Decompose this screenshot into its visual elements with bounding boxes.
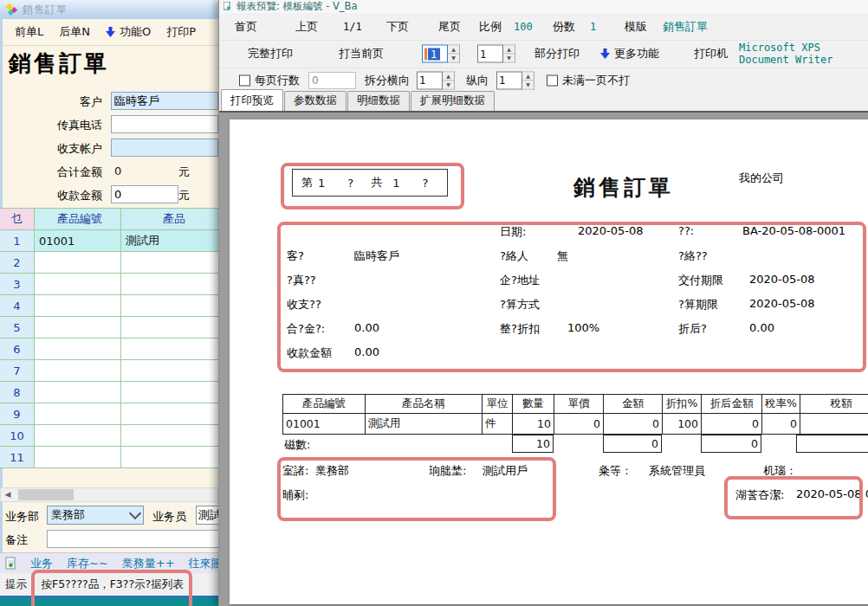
- total-amount-value: 0: [114, 164, 121, 177]
- order-no-value: BA-20-05-08-0001: [742, 224, 845, 237]
- customer-input[interactable]: [111, 92, 218, 110]
- split-vertical-spinner[interactable]: 1 ▲▼: [496, 71, 534, 89]
- cell-product-name[interactable]: [121, 403, 223, 425]
- dept-select[interactable]: 業務部: [47, 506, 144, 525]
- cell-product-code[interactable]: [35, 382, 121, 403]
- grid-row[interactable]: 1 01001 測試用: [0, 230, 223, 252]
- printer-label[interactable]: 打印机: [694, 46, 728, 61]
- copies-value[interactable]: 1: [590, 21, 596, 33]
- received-amount-input[interactable]: [111, 185, 178, 203]
- tab-parameter-data[interactable]: 参数数据: [284, 91, 347, 111]
- scrollbar-thumb[interactable]: [18, 489, 74, 500]
- menu-next-order[interactable]: 后单N: [59, 24, 90, 40]
- cell-product-name[interactable]: [121, 252, 223, 274]
- grid-row[interactable]: 6: [0, 338, 223, 360]
- spinner-buttons[interactable]: ▲▼: [503, 45, 515, 63]
- cell-product-name[interactable]: [121, 382, 223, 403]
- app-icon: [5, 3, 18, 16]
- grid-row[interactable]: 11: [0, 447, 223, 468]
- grid-header-row: 乜 產品編號 產品: [0, 209, 223, 230]
- tab-business[interactable]: 业务: [30, 556, 53, 571]
- grid-row[interactable]: 8: [0, 382, 223, 403]
- cell-product-name[interactable]: [121, 338, 223, 360]
- split-horizontal-spinner[interactable]: 1 ▲▼: [417, 71, 455, 89]
- refresh-doc-icon[interactable]: [5, 557, 16, 570]
- last-page-button[interactable]: 尾页: [438, 19, 461, 35]
- template-name[interactable]: 銷售訂單: [663, 19, 708, 35]
- cell-product-code[interactable]: [35, 295, 121, 317]
- cell-product-code[interactable]: [35, 425, 121, 447]
- rows-per-page-input[interactable]: [308, 72, 356, 89]
- settle-due-value: 2020-05-08: [749, 297, 815, 310]
- sales-order-titlebar[interactable]: 銷售訂單: [0, 0, 223, 19]
- menu-functions[interactable]: 功能O: [106, 24, 151, 40]
- scale-value[interactable]: 100: [514, 21, 533, 33]
- spinner-buttons[interactable]: ▲▼: [443, 71, 455, 89]
- rows-per-page-checkbox[interactable]: [239, 74, 250, 86]
- next-page-button[interactable]: 下页: [386, 19, 409, 35]
- first-page-button[interactable]: 首页: [235, 19, 257, 35]
- to-page-spinner[interactable]: 1 ▲▼: [477, 45, 515, 63]
- scroll-left-arrow-icon[interactable]: ◀: [1, 488, 15, 501]
- cell-product-code[interactable]: [35, 403, 121, 425]
- menu-prev-order[interactable]: 前单L: [15, 24, 43, 40]
- grid-row[interactable]: 10: [0, 425, 223, 447]
- grid-row[interactable]: 9: [0, 403, 223, 425]
- col-amount: 金額: [604, 395, 663, 414]
- detail-header-row: 產品編號 產品名稱 單位 數量 單價 金額 折扣% 折后金額 稅率% 稅額: [283, 395, 868, 414]
- grid-row[interactable]: 2: [0, 252, 223, 274]
- print-current-page-button[interactable]: 打当前页: [339, 46, 384, 61]
- more-functions-button[interactable]: 更多功能: [600, 46, 659, 61]
- cell-product-name[interactable]: [121, 295, 223, 317]
- partial-print-button[interactable]: 部分打印: [534, 46, 580, 61]
- grid-row[interactable]: 4: [0, 295, 223, 317]
- cell-product-name[interactable]: [121, 425, 223, 447]
- sum-amount: 0: [603, 435, 662, 453]
- cell-product-code[interactable]: [35, 274, 121, 295]
- col-unit-price: 單價: [554, 395, 604, 414]
- account-input[interactable]: [111, 139, 218, 157]
- grid-row[interactable]: 5: [0, 317, 223, 338]
- page-number-box: 第 1 ? 共 1 ?: [292, 169, 448, 197]
- tab-accounts[interactable]: 往來賬: [189, 556, 223, 571]
- tab-detail-data[interactable]: 明细数据: [347, 91, 410, 111]
- cell-tax: [800, 414, 868, 435]
- preview-titlebar[interactable]: 報表預覽: 模板編號 - V_Ba: [219, 0, 868, 13]
- sum-after-discount: 0: [701, 435, 761, 453]
- cell-product-code[interactable]: [35, 252, 121, 274]
- not-full-page-checkbox[interactable]: [547, 74, 558, 86]
- tab-business-volume[interactable]: 業務量++: [122, 556, 175, 571]
- spinner-buttons[interactable]: ▲▼: [522, 71, 534, 89]
- spinner-buttons[interactable]: ▲▼: [448, 45, 460, 63]
- full-print-button[interactable]: 完整打印: [248, 46, 293, 61]
- tab-print-preview[interactable]: 打印预览: [221, 89, 283, 111]
- note-input[interactable]: [47, 530, 220, 548]
- fax-input[interactable]: [111, 115, 218, 133]
- account-label: 收支??: [287, 297, 321, 313]
- cell-product-name[interactable]: [121, 447, 223, 468]
- cell-product-name[interactable]: [121, 274, 223, 295]
- horizontal-scrollbar[interactable]: ◀: [0, 487, 218, 502]
- cell-product-name[interactable]: [121, 317, 223, 338]
- spin-down-icon: ▼: [522, 81, 534, 88]
- preview-tab-bar: 打印预览 参数数据 明细数据 扩展明细数据: [219, 93, 868, 113]
- cell-product-code[interactable]: [35, 338, 121, 360]
- preview-window-title: 報表預覽: 模板編號 - V_Ba: [236, 0, 358, 13]
- cell-product-name[interactable]: 測試用: [121, 230, 223, 252]
- grid-row[interactable]: 3: [0, 274, 223, 295]
- cell-product-code[interactable]: [35, 447, 121, 468]
- preview-canvas[interactable]: 第 1 ? 共 1 ? 銷售訂單 我的公司 日期: 2020-05-08 ??:…: [219, 113, 868, 606]
- cell-product-name[interactable]: [121, 360, 223, 382]
- cell-product-code[interactable]: 01001: [35, 230, 121, 252]
- sign-machine-label: 机瑙 :: [763, 463, 794, 479]
- order-lines-grid[interactable]: 乜 產品編號 產品 1 01001 測試用 2 3 4 5 6 7 8 9 10…: [0, 208, 223, 468]
- cell-product-code[interactable]: [35, 360, 121, 382]
- menu-print[interactable]: 打印P: [166, 24, 196, 40]
- cell-tax-rate: 0: [762, 414, 800, 435]
- tab-extended-detail-data[interactable]: 扩展明细数据: [411, 91, 495, 111]
- grid-row[interactable]: 7: [0, 360, 223, 382]
- tab-inventory[interactable]: 库存~~: [67, 556, 108, 571]
- from-page-spinner[interactable]: 1 ▲▼: [422, 45, 460, 63]
- cell-product-code[interactable]: [35, 317, 121, 338]
- prev-page-button[interactable]: 上页: [295, 19, 318, 35]
